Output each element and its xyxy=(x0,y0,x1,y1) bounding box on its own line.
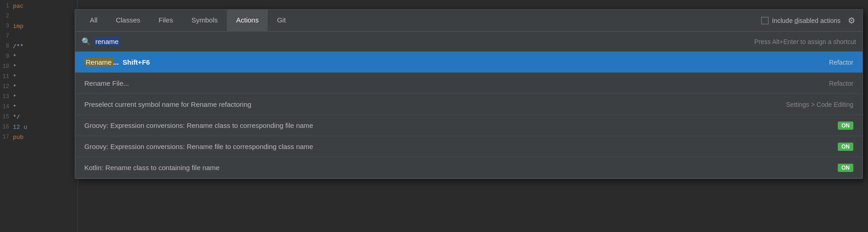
result-name-preselect: Preselect current symbol name for Rename… xyxy=(84,100,777,108)
result-item-groovy-file[interactable]: Groovy: Expression conversions: Rename f… xyxy=(75,136,863,157)
search-icon: 🔍 xyxy=(82,37,91,46)
result-name-rename: Rename... Shift+F6 xyxy=(84,58,820,66)
tab-git[interactable]: Git xyxy=(268,10,295,32)
result-name-groovy-file: Groovy: Expression conversions: Rename f… xyxy=(84,143,829,150)
result-category-rename: Refactor xyxy=(829,59,853,66)
search-input-wrap: rename xyxy=(94,37,751,46)
shortcut-hint: Press Alt+Enter to assign a shortcut xyxy=(754,38,856,45)
result-category-rename-file: Refactor xyxy=(829,80,853,87)
result-item-groovy-class[interactable]: Groovy: Expression conversions: Rename c… xyxy=(75,115,863,136)
include-disabled-checkbox[interactable] xyxy=(761,17,769,24)
tab-files[interactable]: Files xyxy=(149,10,182,32)
search-selected-text: rename xyxy=(94,37,120,46)
on-badge-kotlin-class: ON xyxy=(838,164,853,172)
include-disabled-label[interactable]: Include disabled actions xyxy=(772,17,841,24)
result-settings-preselect: Settings > Code Editing xyxy=(786,101,853,108)
results-list: Rename... Shift+F6 Refactor Rename File.… xyxy=(75,52,863,178)
result-item-rename[interactable]: Rename... Shift+F6 Refactor xyxy=(75,52,863,73)
settings-icon[interactable]: ⚙ xyxy=(846,15,857,26)
result-name-kotlin-class: Kotlin: Rename class to containing file … xyxy=(84,164,829,171)
tab-all[interactable]: All xyxy=(81,10,107,32)
tab-actions[interactable]: Actions xyxy=(227,10,268,32)
tab-symbols[interactable]: Symbols xyxy=(182,10,227,32)
tab-bar: All Classes Files Symbols Actions Git In… xyxy=(75,10,863,32)
result-item-kotlin-class[interactable]: Kotlin: Rename class to containing file … xyxy=(75,157,863,178)
editor-background: 1pac 2 3imp 7 8/** 9 * 10 * 11 * 12 * 13… xyxy=(0,0,78,232)
result-name-rename-file: Rename File... xyxy=(84,79,820,87)
tab-classes[interactable]: Classes xyxy=(107,10,149,32)
on-badge-groovy-file: ON xyxy=(838,143,853,151)
include-disabled-container: Include disabled actions xyxy=(761,17,841,24)
result-item-rename-file[interactable]: Rename File... Refactor xyxy=(75,73,863,94)
search-bar: 🔍 rename Press Alt+Enter to assign a sho… xyxy=(75,32,863,52)
search-everywhere-popup: All Classes Files Symbols Actions Git In… xyxy=(75,9,863,179)
result-name-groovy-class: Groovy: Expression conversions: Rename c… xyxy=(84,122,829,129)
on-badge-groovy-class: ON xyxy=(838,122,853,130)
result-item-preselect[interactable]: Preselect current symbol name for Rename… xyxy=(75,94,863,115)
